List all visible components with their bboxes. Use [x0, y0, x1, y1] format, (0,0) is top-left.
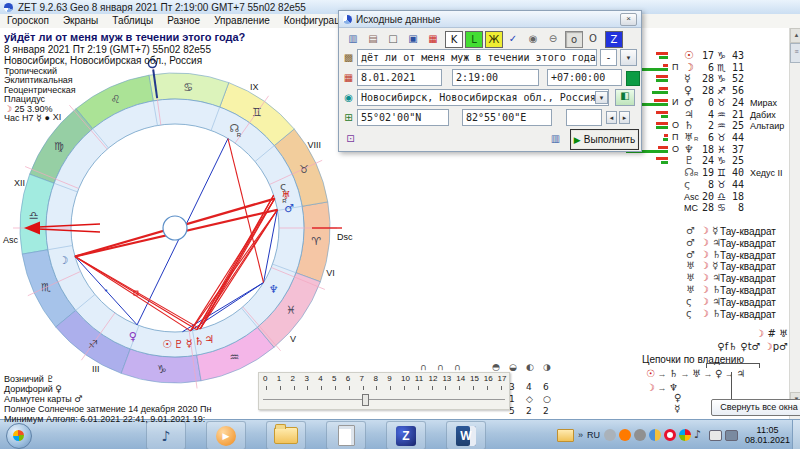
phase-stat-icon: ◒: [509, 362, 517, 372]
slider-tick: [432, 386, 433, 390]
question-input[interactable]: дёт ли от меня муж в течении этого года?: [357, 49, 597, 66]
wheel-planet-moon[interactable]: ☽: [58, 254, 68, 267]
wheel-planet-saturn[interactable]: ♄: [194, 335, 204, 348]
slider-track[interactable]: [263, 399, 505, 400]
planet-table-row[interactable]: O♄2♒25Альтаир: [622, 120, 794, 132]
next-icon[interactable]: ▸: [619, 111, 630, 124]
taskbar-clock[interactable]: 11:05 08.01.2021: [745, 425, 790, 445]
gray-ball-tray-icon[interactable]: [634, 429, 646, 441]
avast-tray-icon[interactable]: [619, 429, 631, 441]
save-icon[interactable]: ▣: [405, 31, 421, 46]
orb-slider-panel[interactable]: 01234567891011121314151617: [258, 372, 510, 410]
wheel-planet-jupiter[interactable]: ♃: [204, 333, 214, 346]
planet-table-row[interactable]: Asc20♎18: [622, 191, 794, 203]
timezone-color-button[interactable]: [626, 71, 640, 86]
wheel-planet-mercury[interactable]: ☿: [186, 337, 193, 350]
dignity-letter: П: [672, 62, 678, 72]
time-input[interactable]: 2:19:00: [452, 69, 539, 86]
menu-item-4[interactable]: Управление: [207, 14, 277, 28]
options-icon[interactable]: ⊡: [344, 132, 357, 145]
copy-chart-icon[interactable]: ▥: [345, 31, 361, 46]
phase-full-icon[interactable]: ◉: [525, 31, 541, 46]
timezone-input[interactable]: +07:00:00: [547, 69, 622, 86]
taskbar-explorer[interactable]: [266, 421, 306, 449]
wheel-planet-neptune[interactable]: ♆: [269, 283, 279, 296]
menu-item-1[interactable]: Экраны: [56, 14, 105, 28]
opera-tray-icon[interactable]: [664, 429, 676, 441]
wheel-planet-selena[interactable]: ς: [280, 180, 286, 193]
l-icon[interactable]: L: [465, 31, 483, 48]
language-indicator[interactable]: RU: [587, 430, 600, 440]
volume-tray-icon[interactable]: ♪: [694, 429, 706, 441]
bird-icon[interactable]: ✓: [505, 31, 521, 46]
planet-table-row[interactable]: ς8♉44: [622, 179, 794, 191]
aspect-config-row[interactable]: ς☽♄Тау-квадрат: [622, 309, 794, 321]
wheel-planet-venus[interactable]: ♀: [129, 330, 137, 343]
phase-small-icon[interactable]: o: [565, 31, 583, 48]
network-tray-icon[interactable]: [725, 430, 738, 441]
planet-table-row[interactable]: ♃4♒21Дабих: [622, 109, 794, 121]
slider-number-4: 4: [318, 374, 322, 383]
z-icon[interactable]: Z: [605, 31, 623, 48]
question-dropdown-button[interactable]: ▼: [620, 49, 637, 66]
player-tray-icon[interactable]: [604, 429, 616, 441]
scroll-up-arrow[interactable]: ▲: [790, 28, 800, 43]
phase-half-icon[interactable]: ⊖: [545, 31, 561, 46]
zodiac-glyph-aries: ♈: [311, 235, 321, 248]
taskbar-word-app[interactable]: W: [446, 421, 486, 449]
zh-icon[interactable]: Ж: [485, 31, 503, 48]
aspect-config-label: Тау-квадрат: [720, 273, 776, 284]
copy-icon[interactable]: ▥: [549, 132, 562, 145]
question-index-box[interactable]: -: [600, 49, 617, 66]
pinwheel-tray-icon[interactable]: [679, 429, 691, 441]
weather-tray-icon[interactable]: [649, 429, 661, 441]
menu-item-2[interactable]: Таблицы: [105, 14, 160, 28]
menu-item-0[interactable]: Гороскоп: [0, 14, 56, 28]
new-file-icon[interactable]: □: [385, 31, 401, 46]
tray-folder-icon[interactable]: [557, 429, 574, 442]
altitude-input[interactable]: [566, 109, 602, 126]
close-icon[interactable]: ×: [620, 13, 637, 26]
show-desktop-button[interactable]: [792, 420, 800, 449]
planet-table-row[interactable]: MC28♋8: [622, 202, 794, 214]
k-icon[interactable]: K: [445, 31, 463, 48]
date-input[interactable]: 8.01.2021: [357, 69, 442, 86]
taskbar-media-player[interactable]: ▶: [206, 421, 246, 449]
taskbar-zet-app[interactable]: Z: [386, 421, 426, 449]
menu-item-3[interactable]: Разное: [160, 14, 207, 28]
wheel-planet-sun[interactable]: ☉: [162, 338, 172, 351]
planet-table-row[interactable]: ♀28♐56: [622, 85, 794, 97]
planet-table-row[interactable]: ☿28♑52: [622, 73, 794, 85]
start-button[interactable]: [6, 423, 32, 449]
snapshot-icon[interactable]: ▤: [365, 31, 381, 46]
planet-table-row[interactable]: ☉17♑43: [622, 50, 794, 62]
place-dropdown-button[interactable]: ▼: [595, 91, 608, 104]
scrollbar-thumb[interactable]: ≡: [790, 43, 800, 63]
taskbar-document[interactable]: [326, 421, 366, 449]
slider-thumb[interactable]: [362, 394, 369, 406]
source-data-dialog[interactable]: Исходные данные × ▥▤□▣▦KLЖ✓◉⊖oOZ ▩ дёт л…: [338, 10, 642, 152]
place-input[interactable]: Новосибирск, Новосибирская обл., Россия: [357, 89, 609, 106]
device-tray-icon[interactable]: [709, 430, 722, 441]
table-icon[interactable]: ▦: [425, 31, 441, 46]
planet-table-row[interactable]: И♂0♉24Мирах: [622, 97, 794, 109]
planet-table-row[interactable]: П♅R6♉44: [622, 132, 794, 144]
planet-table-row[interactable]: O♆18♓37: [622, 144, 794, 156]
aspect-config-label: Тау-квадрат: [720, 238, 776, 249]
planet-table-row[interactable]: ♇24♑25: [622, 155, 794, 167]
prev-icon[interactable]: ◂: [606, 111, 617, 124]
dialog-title-bar[interactable]: Исходные данные: [339, 11, 641, 28]
latitude-input[interactable]: 55°02'00"N: [357, 109, 449, 126]
phase-big-icon[interactable]: O: [585, 31, 601, 46]
planet-table-row[interactable]: П☽6♏11: [622, 62, 794, 74]
run-button[interactable]: ▶ Выполнить: [570, 129, 639, 150]
planet-positions-panel[interactable]: ☉17♑43П☽6♏11☿28♑52♀28♐56И♂0♉24Мирах♃4♒21…: [622, 50, 794, 216]
planet-table-row[interactable]: ☊R19♊40Хедус II: [622, 167, 794, 179]
wheel-planet-pluto[interactable]: ♇: [174, 338, 184, 351]
atlas-button[interactable]: ◧: [615, 89, 635, 106]
zodiac-glyph-leo: ♌: [111, 93, 121, 106]
longitude-input[interactable]: 82°55'00"E: [462, 109, 552, 126]
tray-overflow-chevron[interactable]: »: [578, 430, 583, 440]
taskbar-speaker-app[interactable]: ♪: [146, 421, 186, 449]
vertical-scrollbar[interactable]: ▲ ≡ ▼: [789, 28, 800, 419]
